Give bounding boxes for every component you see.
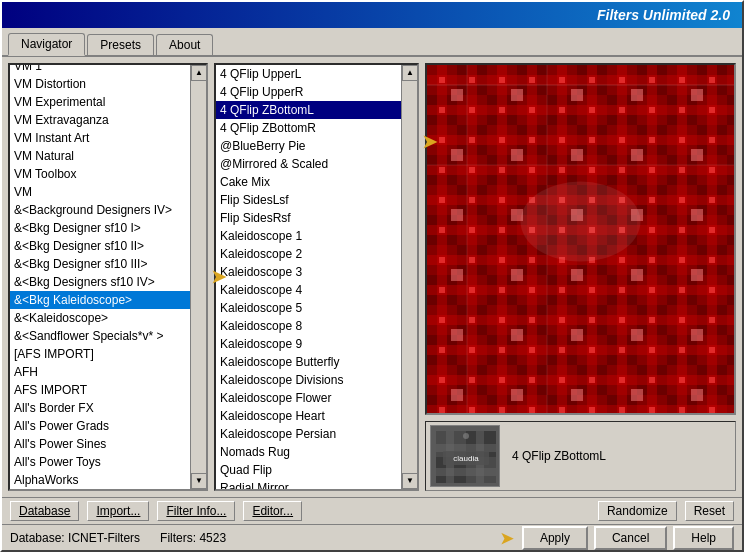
middle-list-item[interactable]: @BlueBerry Pie bbox=[216, 137, 401, 155]
middle-list-item[interactable]: 4 QFlip ZBottomR bbox=[216, 119, 401, 137]
tab-navigator[interactable]: Navigator bbox=[8, 33, 85, 56]
middle-list-item[interactable]: Kaleidoscope 4 bbox=[216, 281, 401, 299]
middle-panel: 4 QFlip UpperL4 QFlip UpperR4 QFlip ZBot… bbox=[214, 63, 419, 491]
left-arrow-indicator: ➤ bbox=[211, 266, 226, 288]
filter-name-label: 4 QFlip ZBottomL bbox=[508, 445, 610, 467]
left-list-item[interactable]: &<Kaleidoscope> bbox=[10, 309, 190, 327]
preview-image bbox=[425, 63, 736, 415]
database-label: Database: ICNET-Filters bbox=[10, 531, 140, 545]
left-list-item[interactable]: VM Toolbox bbox=[10, 165, 190, 183]
left-list-item[interactable]: VM Instant Art bbox=[10, 129, 190, 147]
tab-about[interactable]: About bbox=[156, 34, 213, 55]
left-scroll-up[interactable]: ▲ bbox=[191, 65, 207, 81]
middle-list-item[interactable]: Flip SidesLsf bbox=[216, 191, 401, 209]
apply-arrow-indicator: ➤ bbox=[500, 528, 513, 547]
left-list-item[interactable]: &<Bkg Kaleidoscope> bbox=[10, 291, 190, 309]
middle-list-item[interactable]: 4 QFlip ZBottomL bbox=[216, 101, 401, 119]
svg-point-17 bbox=[521, 181, 641, 261]
left-list-item[interactable]: AlphaWorks bbox=[10, 471, 190, 489]
status-buttons: ➤ Apply Cancel Help bbox=[522, 526, 734, 550]
filters-label: Filters: 4523 bbox=[160, 531, 226, 545]
editor-button[interactable]: Editor... bbox=[243, 501, 302, 521]
middle-list-item[interactable]: 4 QFlip UpperL bbox=[216, 65, 401, 83]
middle-list-item[interactable]: Kaleidoscope 1 bbox=[216, 227, 401, 245]
preview-svg bbox=[427, 65, 734, 413]
middle-list-panel: 4 QFlip UpperL4 QFlip UpperR4 QFlip ZBot… bbox=[214, 63, 419, 491]
thumbnail-svg: claudia bbox=[431, 426, 500, 487]
middle-list-item[interactable]: Kaleidoscope Divisions bbox=[216, 371, 401, 389]
left-panel: VM 1VM DistortionVM ExperimentalVM Extra… bbox=[8, 63, 208, 491]
middle-list-item[interactable]: Kaleidoscope 3 bbox=[216, 263, 401, 281]
left-list-item[interactable]: &<Bkg Designer sf10 I> bbox=[10, 219, 190, 237]
middle-list-item[interactable]: @Mirrored & Scaled bbox=[216, 155, 401, 173]
svg-rect-24 bbox=[436, 444, 496, 452]
reset-button[interactable]: Reset bbox=[685, 501, 734, 521]
middle-list-item[interactable]: Kaleidoscope 8 bbox=[216, 317, 401, 335]
middle-list-item[interactable]: Cake Mix bbox=[216, 173, 401, 191]
middle-list-item[interactable]: Kaleidoscope 9 bbox=[216, 335, 401, 353]
left-list-item[interactable]: [AFS IMPORT] bbox=[10, 345, 190, 363]
main-content: VM 1VM DistortionVM ExperimentalVM Extra… bbox=[2, 57, 742, 497]
middle-list-item[interactable]: Quad Flip bbox=[216, 461, 401, 479]
middle-list-item[interactable]: Kaleidoscope 2 bbox=[216, 245, 401, 263]
thumbnail: claudia bbox=[430, 425, 500, 487]
left-list-item[interactable]: All's Border FX bbox=[10, 399, 190, 417]
middle-list-item[interactable]: Kaleidoscope Persian bbox=[216, 425, 401, 443]
middle-scroll-thumb[interactable] bbox=[402, 81, 417, 473]
middle-list-item[interactable]: Kaleidoscope 5 bbox=[216, 299, 401, 317]
left-list-item[interactable]: &<Sandflower Specials*v* > bbox=[10, 327, 190, 345]
main-window: Filters Unlimited 2.0 Navigator Presets … bbox=[0, 0, 744, 552]
middle-scrollbar: ▲ ▼ bbox=[401, 65, 417, 489]
left-scroll-down[interactable]: ▼ bbox=[191, 473, 207, 489]
left-scrollbar: ▲ ▼ bbox=[190, 65, 206, 489]
svg-point-28 bbox=[463, 433, 469, 439]
filter-info-button[interactable]: Filter Info... bbox=[157, 501, 235, 521]
apply-button[interactable]: Apply bbox=[522, 526, 588, 550]
middle-arrow-indicator: ➤ bbox=[422, 131, 437, 153]
middle-list-item[interactable]: Nomads Rug bbox=[216, 443, 401, 461]
left-list-item[interactable]: All's Power Toys bbox=[10, 453, 190, 471]
middle-list-item[interactable]: Kaleidoscope Heart bbox=[216, 407, 401, 425]
tab-presets[interactable]: Presets bbox=[87, 34, 154, 55]
help-button[interactable]: Help bbox=[673, 526, 734, 550]
middle-scroll-up[interactable]: ▲ bbox=[402, 65, 418, 81]
left-scroll-thumb[interactable] bbox=[191, 81, 206, 473]
svg-text:claudia: claudia bbox=[453, 454, 479, 463]
left-list-item[interactable]: VM Extravaganza bbox=[10, 111, 190, 129]
left-list-item[interactable]: All's Power Sines bbox=[10, 435, 190, 453]
status-bar: Database: ICNET-Filters Filters: 4523 ➤ … bbox=[2, 524, 742, 550]
middle-list-item[interactable]: Radial Mirror bbox=[216, 479, 401, 489]
middle-scroll-down[interactable]: ▼ bbox=[402, 473, 418, 489]
left-list-item[interactable]: All's Power Grads bbox=[10, 417, 190, 435]
left-list-item[interactable]: VM bbox=[10, 183, 190, 201]
left-list-item[interactable]: &<Bkg Designer sf10 II> bbox=[10, 237, 190, 255]
middle-list-item[interactable]: Kaleidoscope Butterfly bbox=[216, 353, 401, 371]
middle-list-item[interactable]: 4 QFlip UpperR bbox=[216, 83, 401, 101]
title-bar: Filters Unlimited 2.0 bbox=[2, 2, 742, 28]
database-button[interactable]: Database bbox=[10, 501, 79, 521]
left-list-item[interactable]: VM Distortion bbox=[10, 75, 190, 93]
middle-list-item[interactable]: Flip SidesRsf bbox=[216, 209, 401, 227]
randomize-button[interactable]: Randomize bbox=[598, 501, 677, 521]
left-list-item[interactable]: VM Natural bbox=[10, 147, 190, 165]
left-list-item[interactable]: VM 1 bbox=[10, 65, 190, 75]
left-list-item[interactable]: &<Bkg Designers sf10 IV> bbox=[10, 273, 190, 291]
left-list-item[interactable]: AFS IMPORT bbox=[10, 381, 190, 399]
right-panel: claudia 4 QFlip ZBottomL bbox=[425, 63, 736, 491]
tab-bar: Navigator Presets About bbox=[2, 28, 742, 57]
bottom-toolbar: Database Import... Filter Info... Editor… bbox=[2, 497, 742, 525]
apply-wrapper: ➤ Apply bbox=[522, 526, 588, 550]
svg-rect-25 bbox=[436, 468, 496, 476]
middle-list-item[interactable]: Kaleidoscope Flower bbox=[216, 389, 401, 407]
import-button[interactable]: Import... bbox=[87, 501, 149, 521]
left-list-item[interactable]: &<Bkg Designer sf10 III> bbox=[10, 255, 190, 273]
left-list-scroll[interactable]: VM 1VM DistortionVM ExperimentalVM Extra… bbox=[10, 65, 190, 489]
left-list-item[interactable]: AFH bbox=[10, 363, 190, 381]
window-title: Filters Unlimited 2.0 bbox=[597, 7, 730, 23]
left-list-item[interactable]: &<Background Designers IV> bbox=[10, 201, 190, 219]
middle-list-scroll[interactable]: 4 QFlip UpperL4 QFlip UpperR4 QFlip ZBot… bbox=[216, 65, 401, 489]
preview-bottom: claudia 4 QFlip ZBottomL bbox=[425, 421, 736, 491]
left-list-item[interactable]: VM Experimental bbox=[10, 93, 190, 111]
left-list-panel: VM 1VM DistortionVM ExperimentalVM Extra… bbox=[8, 63, 208, 491]
cancel-button[interactable]: Cancel bbox=[594, 526, 667, 550]
